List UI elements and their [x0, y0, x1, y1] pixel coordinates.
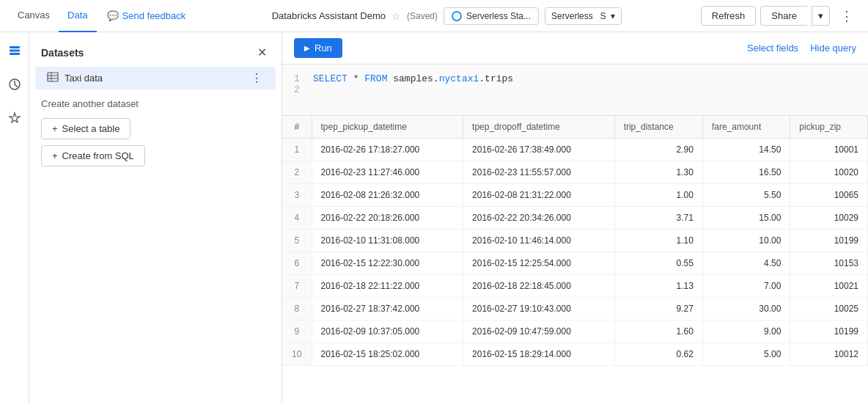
data-table: # tpep_pickup_datetime tpep_dropoff_date… — [282, 116, 868, 366]
dataset-more-button[interactable]: ⋮ — [249, 71, 264, 85]
tab-data[interactable]: Data — [59, 0, 96, 32]
select-fields-button[interactable]: Select fields — [747, 43, 798, 54]
table-cell: 10 — [282, 343, 312, 366]
table-cell: 1 — [282, 139, 312, 161]
toolbar-right: Select fields Hide query — [747, 43, 856, 54]
table-cell: 1.10 — [614, 229, 702, 252]
table-row: 62016-02-15 12:22:30.0002016-02-15 12:25… — [282, 252, 868, 275]
table-row: 102016-02-15 18:25:02.0002016-02-15 18:2… — [282, 343, 868, 366]
table-cell: 0.55 — [614, 252, 702, 275]
table-cell: 10.00 — [702, 229, 790, 252]
table-cell: 4 — [282, 207, 312, 229]
sql-editor[interactable]: 1 SELECT * FROM samples.nyctaxi.trips 2 — [282, 65, 868, 116]
table-cell: 2016-02-09 10:37:05.000 — [312, 320, 463, 343]
table-header: # tpep_pickup_datetime tpep_dropoff_date… — [282, 116, 868, 139]
top-nav: Canvas Data 💬 Send feedback Databricks A… — [0, 0, 868, 32]
content-area: ▶ Run Select fields Hide query 1 SELECT … — [282, 32, 868, 404]
table-cell: 6 — [282, 252, 312, 275]
table-cell: 1.00 — [614, 184, 702, 207]
table-cell: 30.00 — [702, 298, 790, 320]
serverless-select[interactable]: Serverless S ▾ — [545, 7, 622, 25]
table-cell: 0.62 — [614, 343, 702, 366]
table-cell: 10199 — [790, 320, 868, 343]
center-section: Databricks Assistant Demo ☆ (Saved) Serv… — [193, 7, 700, 25]
table-cell: 3 — [282, 184, 312, 207]
sql-line-1: 1 SELECT * FROM samples.nyctaxi.trips — [294, 73, 856, 84]
share-dropdown-button[interactable]: ▾ — [812, 6, 830, 26]
more-options-button[interactable]: ⋮ — [834, 4, 859, 28]
table-cell: 2016-02-10 11:31:08.000 — [312, 229, 463, 252]
hide-query-button[interactable]: Hide query — [810, 43, 856, 54]
table-row: 72016-02-18 22:11:22.0002016-02-18 22:18… — [282, 275, 868, 298]
dataset-item[interactable]: Taxi data ⋮ — [35, 67, 276, 89]
svg-rect-4 — [48, 73, 58, 81]
table-cell: 10065 — [790, 184, 868, 207]
col-header-dropoff[interactable]: tpep_dropoff_datetime — [463, 116, 615, 139]
serverless-short: S — [600, 11, 606, 21]
table-cell: 4.50 — [702, 252, 790, 275]
header-row: # tpep_pickup_datetime tpep_dropoff_date… — [282, 116, 868, 139]
icon-bar-ai[interactable] — [5, 109, 24, 131]
select-table-button[interactable]: + Select a table — [41, 118, 130, 139]
icon-bar — [0, 32, 29, 404]
sql-content-1: SELECT * FROM samples.nyctaxi.trips — [313, 73, 513, 84]
col-header-zip[interactable]: pickup_zip — [790, 116, 868, 139]
table-cell: 2016-02-18 22:11:22.000 — [312, 275, 463, 298]
table-cell: 10001 — [790, 139, 868, 161]
table-cell: 1.60 — [614, 320, 702, 343]
table-row: 82016-02-27 18:37:42.0002016-02-27 19:10… — [282, 298, 868, 320]
plus-icon-sql: + — [52, 150, 58, 161]
col-header-pickup[interactable]: tpep_pickup_datetime — [312, 116, 463, 139]
share-button[interactable]: Share — [760, 6, 807, 26]
table-cell: 10025 — [790, 298, 868, 320]
table-cell: 10153 — [790, 252, 868, 275]
feedback-icon: 💬 — [107, 10, 119, 21]
icon-bar-datasets[interactable] — [5, 41, 24, 63]
create-another-label: Create another dataset — [41, 98, 270, 109]
col-header-fare[interactable]: fare_amount — [702, 116, 790, 139]
table-row: 32016-02-08 21:26:32.0002016-02-08 21:31… — [282, 184, 868, 207]
send-feedback-button[interactable]: 💬 Send feedback — [100, 7, 194, 24]
col-header-distance[interactable]: trip_distance — [614, 116, 702, 139]
query-toolbar: ▶ Run Select fields Hide query — [282, 32, 868, 65]
main-layout: Datasets ✕ Taxi data ⋮ Create another da… — [0, 32, 868, 404]
select-table-label: Select a table — [62, 123, 120, 134]
data-label: Data — [67, 10, 87, 21]
table-cell: 8 — [282, 298, 312, 320]
table-cell: 10021 — [790, 275, 868, 298]
table-cell: 2016-02-09 10:47:59.000 — [463, 320, 615, 343]
right-buttons: Refresh Share ▾ ⋮ — [701, 4, 859, 28]
tab-canvas[interactable]: Canvas — [9, 0, 59, 32]
create-section: Create another dataset + Select a table … — [29, 89, 282, 175]
star-icon[interactable]: ☆ — [391, 10, 401, 22]
table-cell: 2016-02-15 12:25:54.000 — [463, 252, 615, 275]
sql-keyword-from: FROM — [364, 73, 387, 84]
serverless-label: Serverless — [551, 11, 593, 21]
datasets-title: Datasets — [41, 47, 84, 59]
icon-bar-chart[interactable] — [5, 75, 24, 97]
run-button[interactable]: ▶ Run — [294, 38, 342, 58]
table-cell: 1.30 — [614, 161, 702, 184]
table-cell: 2016-02-22 20:34:26.000 — [463, 207, 615, 229]
table-cell: 2016-02-27 19:10:43.000 — [463, 298, 615, 320]
table-cell: 2.90 — [614, 139, 702, 161]
create-from-sql-button[interactable]: + Create from SQL — [41, 145, 145, 166]
table-cell: 2016-02-15 12:22:30.000 — [312, 252, 463, 275]
table-row: 12016-02-26 17:18:27.0002016-02-26 17:38… — [282, 139, 868, 161]
app-title: Databricks Assistant Demo — [272, 10, 386, 21]
compute-button[interactable]: Serverless Sta... — [444, 7, 539, 25]
table-cell: 9.00 — [702, 320, 790, 343]
svg-rect-2 — [10, 53, 20, 55]
saved-badge: (Saved) — [407, 11, 438, 21]
run-label: Run — [315, 43, 332, 54]
sidebar: Datasets ✕ Taxi data ⋮ Create another da… — [29, 32, 282, 404]
compute-status-icon — [452, 11, 462, 21]
plus-icon: + — [52, 123, 58, 134]
line-number-1: 1 — [294, 73, 304, 84]
table-cell: 10199 — [790, 229, 868, 252]
datasets-header: Datasets ✕ — [29, 41, 282, 67]
close-sidebar-button[interactable]: ✕ — [254, 44, 270, 61]
svg-rect-0 — [10, 46, 20, 48]
refresh-button[interactable]: Refresh — [701, 6, 757, 26]
run-icon: ▶ — [304, 44, 310, 52]
